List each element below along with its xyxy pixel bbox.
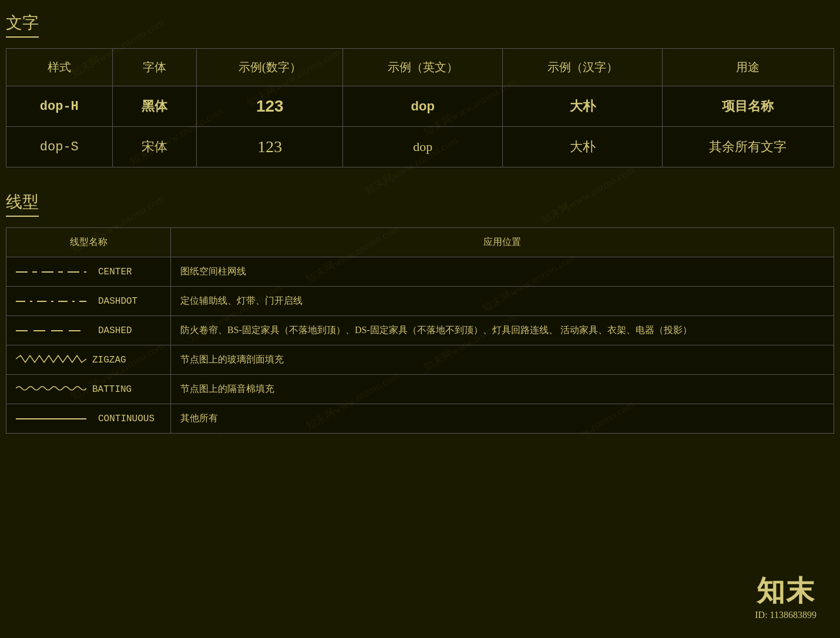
table-row: dop-H 黑体 123 dop 大朴 项目名称 <box>6 86 834 127</box>
english-cell: dop <box>343 86 503 127</box>
linetype-usage-cell: 图纸空间柱网线 <box>171 257 834 287</box>
table-row: DASHDOT 定位辅助线、灯带、门开启线 <box>6 287 834 316</box>
linetype-name-cell: BATTING <box>6 375 171 404</box>
digits-cell: 123 <box>197 86 343 127</box>
linetype-name-cell: CENTER <box>6 257 171 287</box>
batting-line-visual <box>16 384 86 395</box>
linetype-label: DASHDOT <box>98 296 137 307</box>
linetype-name-cell: CONTINUOUS <box>6 404 171 434</box>
linetype-col-name: 线型名称 <box>6 228 171 257</box>
center-line-pattern <box>16 271 86 273</box>
linetype-usage-cell: 定位辅助线、灯带、门开启线 <box>171 287 834 316</box>
linetype-header-row: 线型名称 应用位置 <box>6 228 834 257</box>
text-col-chinese: 示例（汉字） <box>503 49 663 86</box>
text-table: 样式 字体 示例(数字） 示例（英文） 示例（汉字） 用途 dop-H 黑体 1… <box>6 48 834 167</box>
text-col-font: 字体 <box>112 49 196 86</box>
linetype-usage-cell: 防火卷帘、BS-固定家具（不落地到顶）、DS-固定家具（不落地不到顶）、灯具回路… <box>171 316 834 345</box>
logo-id: ID: 1138683899 <box>755 610 817 620</box>
linetype-label: DASHED <box>98 325 132 336</box>
dashdot-line-pattern <box>16 301 86 302</box>
table-row: CONTINUOUS 其他所有 <box>6 404 834 434</box>
linetype-usage-cell: 节点图上的隔音棉填充 <box>171 375 834 404</box>
font-cell: 黑体 <box>112 86 196 127</box>
linetype-section-title: 线型 <box>6 191 39 217</box>
logo-text: 知末 <box>755 572 817 610</box>
linetype-name-cell: DASHDOT <box>6 287 171 316</box>
chinese-cell: 大朴 <box>503 86 663 127</box>
center-line-visual <box>16 271 86 273</box>
linetype-col-usage: 应用位置 <box>171 228 834 257</box>
continuous-line-visual <box>16 418 86 419</box>
zigzag-line-visual <box>16 354 86 366</box>
chinese-cell: 大朴 <box>503 127 663 167</box>
linetype-section: 线型 线型名称 应用位置 CENTER <box>6 191 834 434</box>
text-section: 文字 样式 字体 示例(数字） 示例（英文） 示例（汉字） 用途 dop-H 黑… <box>6 12 834 167</box>
table-row: BATTING 节点图上的隔音棉填充 <box>6 375 834 404</box>
usage-cell: 项目名称 <box>662 86 834 127</box>
linetype-label: ZIGZAG <box>92 355 126 365</box>
continuous-line-pattern <box>16 418 86 419</box>
table-row: dop-S 宋体 123 dop 大朴 其余所有文字 <box>6 127 834 167</box>
dashed-line-pattern <box>16 330 86 331</box>
table-row: ZIGZAG 节点图上的玻璃剖面填充 <box>6 345 834 375</box>
text-section-title: 文字 <box>6 12 39 38</box>
linetype-label: CONTINUOUS <box>98 414 154 424</box>
digits-cell: 123 <box>197 127 343 167</box>
linetype-name-cell: DASHED <box>6 316 171 345</box>
logo-area: 知末 ID: 1138683899 <box>755 572 817 620</box>
text-col-style: 样式 <box>6 49 113 86</box>
text-col-digits: 示例(数字） <box>197 49 343 86</box>
linetype-name-cell: ZIGZAG <box>6 345 171 375</box>
text-col-usage: 用途 <box>662 49 834 86</box>
linetype-label: BATTING <box>92 384 132 395</box>
dashdot-line-visual <box>16 301 86 302</box>
linetype-table: 线型名称 应用位置 CENTER 图纸空间柱网线 <box>6 227 834 434</box>
english-cell: dop <box>343 127 503 167</box>
table-row: DASHED 防火卷帘、BS-固定家具（不落地到顶）、DS-固定家具（不落地不到… <box>6 316 834 345</box>
dashed-line-visual <box>16 330 86 331</box>
text-table-header-row: 样式 字体 示例(数字） 示例（英文） 示例（汉字） 用途 <box>6 49 834 86</box>
style-cell: dop-H <box>6 86 113 127</box>
text-col-english: 示例（英文） <box>343 49 503 86</box>
linetype-label: CENTER <box>98 267 132 277</box>
font-cell: 宋体 <box>112 127 196 167</box>
table-row: CENTER 图纸空间柱网线 <box>6 257 834 287</box>
linetype-usage-cell: 节点图上的玻璃剖面填充 <box>171 345 834 375</box>
linetype-usage-cell: 其他所有 <box>171 404 834 434</box>
usage-cell: 其余所有文字 <box>662 127 834 167</box>
style-cell: dop-S <box>6 127 113 167</box>
